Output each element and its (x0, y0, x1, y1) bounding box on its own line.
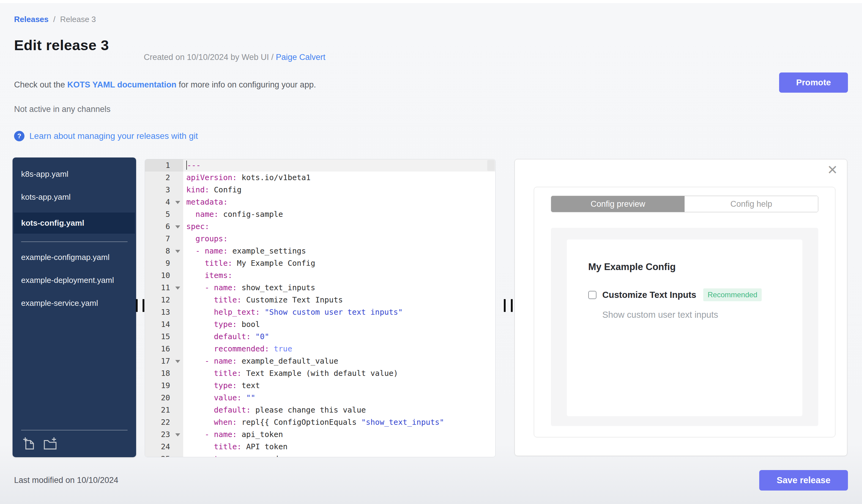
code-line-14[interactable]: 14 type: bool (145, 318, 495, 331)
fold-arrow-icon[interactable] (175, 287, 180, 290)
tab-config-help[interactable]: Config help (684, 196, 818, 212)
kots-docs-link[interactable]: KOTS YAML documentation (67, 80, 177, 89)
resize-handle-left[interactable] (136, 299, 144, 312)
config-card: My Example Config Customize Text Inputs … (567, 239, 802, 416)
recommended-badge: Recommended (703, 288, 762, 301)
code-text: items: (183, 269, 495, 282)
code-line-18[interactable]: 18 title: Text Example (with default val… (145, 367, 495, 380)
code-line-13[interactable]: 13 help_text: "Show custom user text inp… (145, 306, 495, 318)
editor-lines: 1---2apiVersion: kots.io/v1beta13kind: C… (145, 159, 495, 457)
editor-scrollbar[interactable] (487, 160, 495, 171)
file-tree: k8s-app.yamlkots-app.yamlkots-config.yam… (13, 158, 136, 457)
code-line-17[interactable]: 17 - name: example_default_value (145, 355, 495, 367)
code-line-21[interactable]: 21 default: please change this value (145, 404, 495, 416)
code-text: kind: Config (183, 184, 495, 196)
code-text: type: password (183, 453, 495, 457)
code-line-25[interactable]: 25 type: password (145, 453, 495, 457)
file-item-k8s-app.yaml[interactable]: k8s-app.yaml (21, 167, 128, 182)
breadcrumb-link-releases[interactable]: Releases (14, 15, 49, 24)
line-number: 9 (145, 257, 183, 269)
file-item-example-configmap.yaml[interactable]: example-configmap.yaml (21, 250, 128, 265)
line-number: 13 (145, 306, 183, 318)
line-number: 7 (145, 233, 183, 245)
fold-arrow-icon[interactable] (175, 201, 180, 204)
file-item-kots-app.yaml[interactable]: kots-app.yaml (21, 190, 128, 204)
add-file-icon[interactable] (22, 437, 35, 450)
line-number: 10 (145, 269, 183, 282)
file-tree-footer (21, 430, 128, 457)
code-text: - name: example_default_value (183, 355, 495, 367)
code-line-16[interactable]: 16 recommended: true (145, 343, 495, 355)
code-text: title: API token (183, 441, 495, 453)
file-item-example-service.yaml[interactable]: example-service.yaml (21, 296, 128, 311)
line-number: 19 (145, 380, 183, 392)
code-text: type: bool (183, 318, 495, 331)
top-strip (0, 0, 862, 3)
file-item-example-deployment.yaml[interactable]: example-deployment.yaml (21, 273, 128, 288)
code-text: groups: (183, 233, 495, 245)
code-line-22[interactable]: 22 when: repl{{ ConfigOptionEquals "show… (145, 416, 495, 428)
code-line-8[interactable]: 8 - name: example_settings (145, 245, 495, 257)
code-line-4[interactable]: 4metadata: (145, 196, 495, 208)
code-text: default: please change this value (183, 404, 495, 416)
code-line-24[interactable]: 24 title: API token (145, 441, 495, 453)
customize-text-inputs-checkbox[interactable] (588, 291, 597, 299)
line-number: 20 (145, 392, 183, 404)
code-text: default: "0" (183, 331, 495, 343)
line-number: 18 (145, 367, 183, 380)
promote-button[interactable]: Promote (779, 72, 848, 93)
breadcrumb-current: Release 3 (60, 15, 96, 24)
code-line-23[interactable]: 23 - name: api_token (145, 428, 495, 441)
code-text: title: My Example Config (183, 257, 495, 269)
code-text: title: Text Example (with default value) (183, 367, 495, 380)
created-text: Created on 10/10/2024 by Web UI / (144, 53, 276, 62)
preview-content-area: My Example Config Customize Text Inputs … (551, 228, 818, 426)
line-number: 21 (145, 404, 183, 416)
save-release-button[interactable]: Save release (759, 470, 848, 491)
line-number: 5 (145, 208, 183, 221)
code-line-2[interactable]: 2apiVersion: kots.io/v1beta1 (145, 172, 495, 184)
created-info: Created on 10/10/2024 by Web UI / Paige … (144, 53, 325, 62)
code-line-15[interactable]: 15 default: "0" (145, 331, 495, 343)
code-line-10[interactable]: 10 items: (145, 269, 495, 282)
code-line-1[interactable]: 1--- (145, 159, 495, 172)
file-list: k8s-app.yamlkots-app.yamlkots-config.yam… (13, 158, 136, 311)
code-editor[interactable]: 1---2apiVersion: kots.io/v1beta13kind: C… (145, 159, 496, 457)
code-line-12[interactable]: 12 title: Customize Text Inputs (145, 294, 495, 306)
code-text: name: config-sample (183, 208, 495, 221)
code-line-9[interactable]: 9 title: My Example Config (145, 257, 495, 269)
code-line-3[interactable]: 3kind: Config (145, 184, 495, 196)
code-line-20[interactable]: 20 value: "" (145, 392, 495, 404)
code-line-11[interactable]: 11 - name: show_text_inputs (145, 282, 495, 294)
code-line-7[interactable]: 7 groups: (145, 233, 495, 245)
fold-arrow-icon[interactable] (175, 360, 180, 363)
breadcrumb: Releases / Release 3 (14, 15, 96, 24)
code-text: value: "" (183, 392, 495, 404)
code-text: --- (183, 159, 495, 172)
help-icon[interactable]: ? (14, 131, 25, 141)
last-modified: Last modified on 10/10/2024 (14, 476, 118, 485)
code-line-19[interactable]: 19 type: text (145, 380, 495, 392)
code-line-6[interactable]: 6spec: (145, 221, 495, 233)
fold-arrow-icon[interactable] (175, 250, 180, 253)
file-item-kots-config.yaml[interactable]: kots-config.yaml (14, 213, 135, 234)
code-text: type: text (183, 380, 495, 392)
code-text: recommended: true (183, 343, 495, 355)
config-option-label[interactable]: Customize Text Inputs (602, 290, 696, 300)
breadcrumb-separator: / (53, 15, 55, 24)
close-icon[interactable]: ✕ (827, 164, 838, 176)
line-number: 17 (145, 355, 183, 367)
line-number: 1 (145, 159, 183, 172)
info-text: Check out the KOTS YAML documentation fo… (14, 80, 316, 90)
author-link[interactable]: Paige Calvert (276, 53, 325, 62)
fold-arrow-icon[interactable] (175, 225, 180, 228)
resize-handle-right[interactable] (504, 299, 513, 312)
line-number: 16 (145, 343, 183, 355)
code-line-5[interactable]: 5 name: config-sample (145, 208, 495, 221)
add-folder-icon[interactable] (43, 437, 57, 450)
fold-arrow-icon[interactable] (175, 433, 180, 436)
code-text: title: Customize Text Inputs (183, 294, 495, 306)
git-docs-link[interactable]: Learn about managing your releases with … (29, 131, 198, 141)
line-number: 12 (145, 294, 183, 306)
tab-config-preview[interactable]: Config preview (551, 196, 684, 212)
